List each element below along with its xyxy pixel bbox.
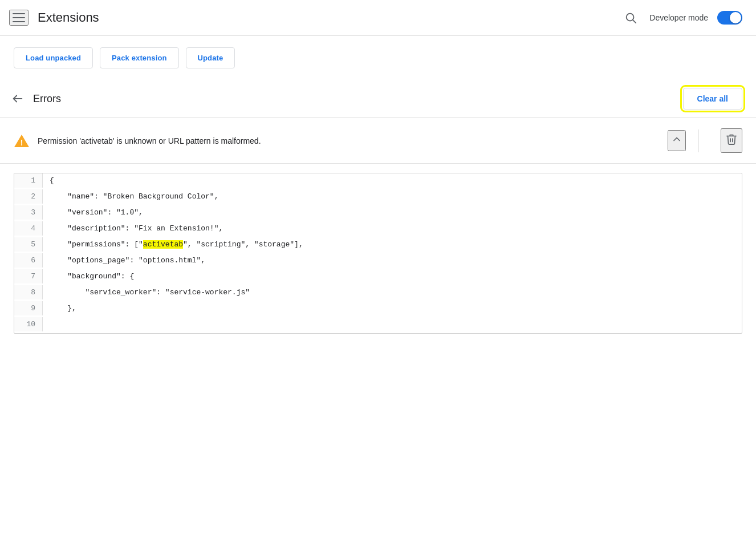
line-content: "service_worker": "service-worker.js" [43,285,257,299]
svg-text:!: ! [21,138,23,147]
line-content: "version": "1.0", [43,205,150,220]
header-right: Developer mode [621,8,742,27]
line-number: 7 [14,269,43,283]
line-number: 1 [14,173,43,188]
page-title: Extensions [38,10,99,25]
error-header: ! Permission 'activetab' is unknown or U… [0,118,756,164]
code-line: 3 "version": "1.0", [14,205,742,221]
line-content [43,317,61,331]
errors-left: Errors [9,90,61,107]
line-content: }, [43,301,83,315]
menu-button[interactable] [9,10,29,26]
vertical-divider [698,129,699,152]
code-line: 9 }, [14,301,742,317]
warning-icon: ! [14,133,30,149]
line-number: 4 [14,221,43,236]
line-number: 5 [14,237,43,252]
line-number: 6 [14,253,43,268]
collapse-button[interactable] [668,130,686,151]
line-number: 9 [14,301,43,315]
header-left: Extensions [9,10,99,26]
code-line: 8 "service_worker": "service-worker.js" [14,285,742,301]
code-block: 1 { 2 "name": "Broken Background Color",… [14,173,742,334]
code-line: 10 [14,317,742,333]
svg-line-1 [633,20,636,23]
header: Extensions Developer mode [0,0,756,36]
line-content: { [43,173,61,188]
code-line: 2 "name": "Broken Background Color", [14,189,742,205]
chevron-up-icon [671,133,682,145]
line-number: 8 [14,285,43,299]
toolbar: Load unpacked Pack extension Update [0,36,756,80]
code-line: 1 { [14,173,742,189]
code-line: 6 "options_page": "options.html", [14,253,742,269]
line-content: "background": { [43,269,141,283]
line-content: "name": "Broken Background Color", [43,189,225,204]
update-button[interactable]: Update [186,47,235,68]
toggle-knob [730,12,741,23]
error-item: ! Permission 'activetab' is unknown or U… [0,118,756,334]
developer-mode-label: Developer mode [649,13,708,22]
code-line: 4 "description": "Fix an Extension!", [14,221,742,237]
pack-extension-button[interactable]: Pack extension [100,47,178,68]
errors-bar: Errors Clear all [0,80,756,117]
error-message: Permission 'activetab' is unknown or URL… [38,136,660,145]
code-line: 5 "permissions": ["activetab", "scriptin… [14,237,742,253]
back-arrow-icon [11,92,24,105]
line-number: 10 [14,317,43,331]
search-button[interactable] [621,8,640,27]
line-number: 2 [14,189,43,204]
developer-mode-toggle[interactable] [717,11,742,25]
highlighted-token: activetab [143,240,183,249]
line-content: "description": "Fix an Extension!", [43,221,230,236]
errors-title: Errors [33,93,61,105]
line-content: "permissions": ["activetab", "scripting"… [43,237,310,252]
line-content: "options_page": "options.html", [43,253,212,268]
load-unpacked-button[interactable]: Load unpacked [14,47,93,68]
code-line: 7 "background": { [14,269,742,285]
search-icon [624,11,637,24]
clear-all-button[interactable]: Clear all [683,88,742,110]
line-number: 3 [14,205,43,220]
delete-icon [725,133,738,145]
delete-button[interactable] [721,128,742,153]
back-button[interactable] [9,90,26,107]
